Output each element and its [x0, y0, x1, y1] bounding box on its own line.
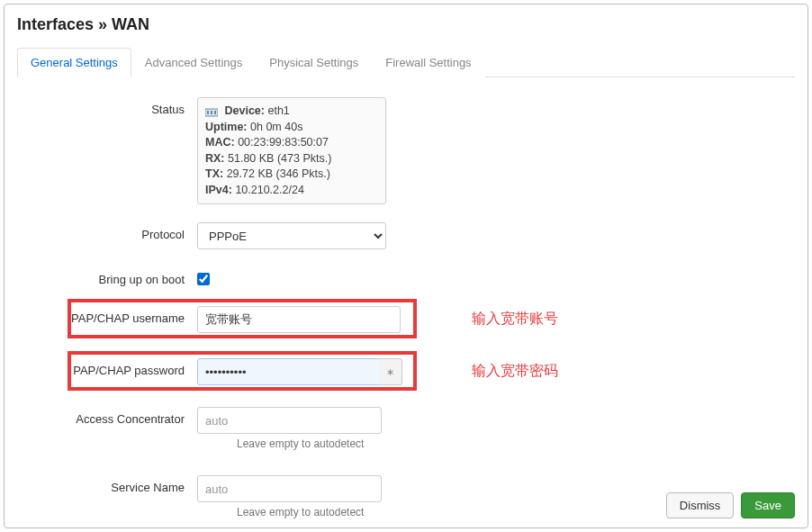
status-rx: 51.80 KB (473 Pkts.) — [228, 152, 331, 165]
status-tx-label: TX: — [205, 167, 223, 180]
tab-bar: General Settings Advanced Settings Physi… — [17, 47, 795, 77]
checkbox-bringup[interactable] — [197, 273, 210, 285]
select-protocol[interactable]: PPPoE — [197, 222, 386, 249]
page-title: Interfaces » WAN — [17, 15, 795, 34]
status-device-label: Device: — [224, 104, 264, 117]
svg-rect-1 — [207, 111, 209, 114]
status-uptime-label: Uptime: — [205, 121, 248, 133]
label-service: Service Name — [17, 475, 197, 494]
label-ac: Access Concentrator — [17, 407, 197, 426]
row-protocol: Protocol PPPoE — [17, 222, 795, 249]
status-device: eth1 — [267, 104, 289, 117]
status-mac-label: MAC: — [205, 136, 235, 149]
input-ac[interactable] — [197, 407, 382, 434]
svg-rect-3 — [214, 111, 216, 114]
row-bringup: Bring up on boot — [17, 267, 795, 288]
status-ipv4-label: IPv4: — [205, 184, 232, 196]
hint-service: Leave empty to autodetect — [237, 506, 382, 518]
ethernet-icon — [205, 106, 218, 117]
save-button[interactable]: Save — [741, 492, 795, 518]
label-password: PAP/CHAP password — [17, 358, 197, 377]
hint-ac: Leave empty to autodetect — [237, 437, 382, 450]
status-mac: 00:23:99:83:50:07 — [238, 136, 329, 149]
label-bringup: Bring up on boot — [17, 267, 197, 286]
input-password[interactable] — [197, 358, 382, 385]
status-uptime: 0h 0m 40s — [250, 121, 302, 133]
row-username: PAP/CHAP username 输入宽带账号 — [17, 306, 795, 333]
main-panel: Interfaces » WAN General Settings Advanc… — [4, 4, 808, 528]
row-password: PAP/CHAP password ∗ 输入宽带密码 — [17, 358, 795, 385]
tab-advanced[interactable]: Advanced Settings — [131, 48, 256, 77]
input-username[interactable] — [197, 306, 401, 333]
row-status: Status Device: eth1 Uptime: 0h 0m 40s MA… — [17, 97, 795, 204]
status-box: Device: eth1 Uptime: 0h 0m 40s MAC: 00:2… — [197, 97, 386, 204]
status-tx: 29.72 KB (346 Pkts.) — [227, 167, 330, 180]
status-rx-label: RX: — [205, 152, 225, 165]
dismiss-button[interactable]: Dismiss — [666, 492, 735, 518]
footer-buttons: Dismiss Save — [666, 492, 795, 518]
password-reveal-button[interactable]: ∗ — [379, 358, 402, 385]
label-protocol: Protocol — [17, 222, 197, 241]
annotation-password: 输入宽带密码 — [472, 362, 558, 381]
label-status: Status — [17, 97, 197, 116]
row-ac: Access Concentrator Leave empty to autod… — [17, 407, 795, 450]
annotation-username: 输入宽带账号 — [472, 310, 558, 329]
tab-physical[interactable]: Physical Settings — [256, 48, 372, 77]
tab-general[interactable]: General Settings — [17, 48, 131, 77]
input-service[interactable] — [197, 475, 382, 502]
status-ipv4: 10.210.2.2/24 — [235, 184, 303, 196]
label-username: PAP/CHAP username — [17, 306, 197, 325]
tab-firewall[interactable]: Firewall Settings — [372, 48, 484, 77]
svg-rect-2 — [211, 111, 212, 114]
